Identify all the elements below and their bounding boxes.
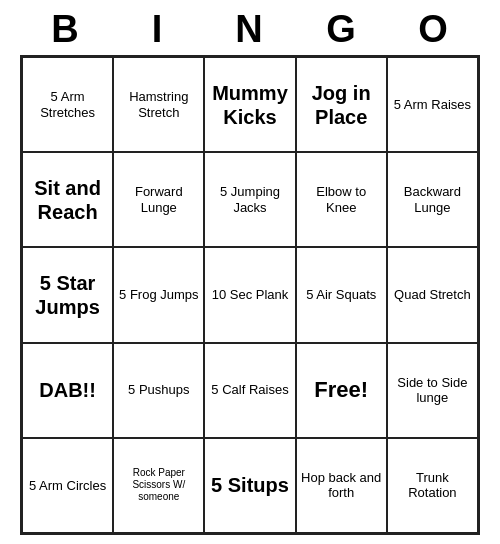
bingo-cell-7: 5 Jumping Jacks bbox=[204, 152, 295, 247]
bingo-cell-23: Hop back and forth bbox=[296, 438, 387, 533]
bingo-cell-19: Side to Side lunge bbox=[387, 343, 478, 438]
bingo-cell-0: 5 Arm Stretches bbox=[22, 57, 113, 152]
bingo-cell-12: 10 Sec Plank bbox=[204, 247, 295, 342]
bingo-cell-9: Backward Lunge bbox=[387, 152, 478, 247]
bingo-cell-14: Quad Stretch bbox=[387, 247, 478, 342]
bingo-board: 5 Arm StretchesHamstring StretchMummy Ki… bbox=[20, 55, 480, 535]
bingo-cell-11: 5 Frog Jumps bbox=[113, 247, 204, 342]
bingo-cell-2: Mummy Kicks bbox=[204, 57, 295, 152]
bingo-cell-18: Free! bbox=[296, 343, 387, 438]
bingo-cell-8: Elbow to Knee bbox=[296, 152, 387, 247]
bingo-cell-17: 5 Calf Raises bbox=[204, 343, 295, 438]
bingo-cell-20: 5 Arm Circles bbox=[22, 438, 113, 533]
title-i: I bbox=[112, 8, 204, 51]
bingo-cell-15: DAB!! bbox=[22, 343, 113, 438]
title-o: O bbox=[388, 8, 480, 51]
title-b: B bbox=[20, 8, 112, 51]
title-g: G bbox=[296, 8, 388, 51]
bingo-cell-21: Rock Paper Scissors W/ someone bbox=[113, 438, 204, 533]
bingo-cell-24: Trunk Rotation bbox=[387, 438, 478, 533]
bingo-cell-1: Hamstring Stretch bbox=[113, 57, 204, 152]
bingo-cell-13: 5 Air Squats bbox=[296, 247, 387, 342]
bingo-cell-4: 5 Arm Raises bbox=[387, 57, 478, 152]
bingo-cell-22: 5 Situps bbox=[204, 438, 295, 533]
bingo-cell-6: Forward Lunge bbox=[113, 152, 204, 247]
bingo-cell-10: 5 Star Jumps bbox=[22, 247, 113, 342]
bingo-cell-5: Sit and Reach bbox=[22, 152, 113, 247]
bingo-cell-3: Jog in Place bbox=[296, 57, 387, 152]
title-n: N bbox=[204, 8, 296, 51]
bingo-title: B I N G O bbox=[20, 0, 480, 55]
bingo-cell-16: 5 Pushups bbox=[113, 343, 204, 438]
